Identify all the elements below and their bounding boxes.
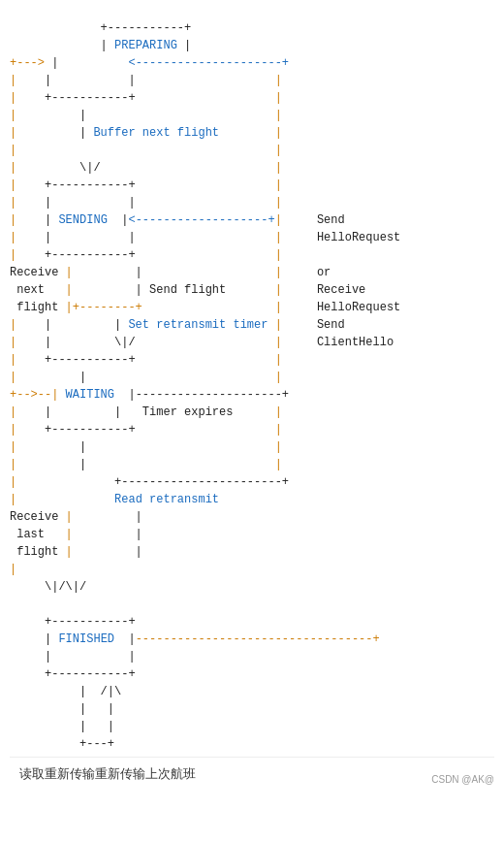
diagram-container: +-----------+ | PREPARING | +---> | <---… [0, 10, 504, 806]
state-machine-diagram: +-----------+ | PREPARING | +---> | <---… [10, 19, 494, 753]
watermark: CSDN @AK@ [431, 774, 494, 785]
footer-text: 读取重新传输重新传输上次航班 [10, 757, 494, 787]
